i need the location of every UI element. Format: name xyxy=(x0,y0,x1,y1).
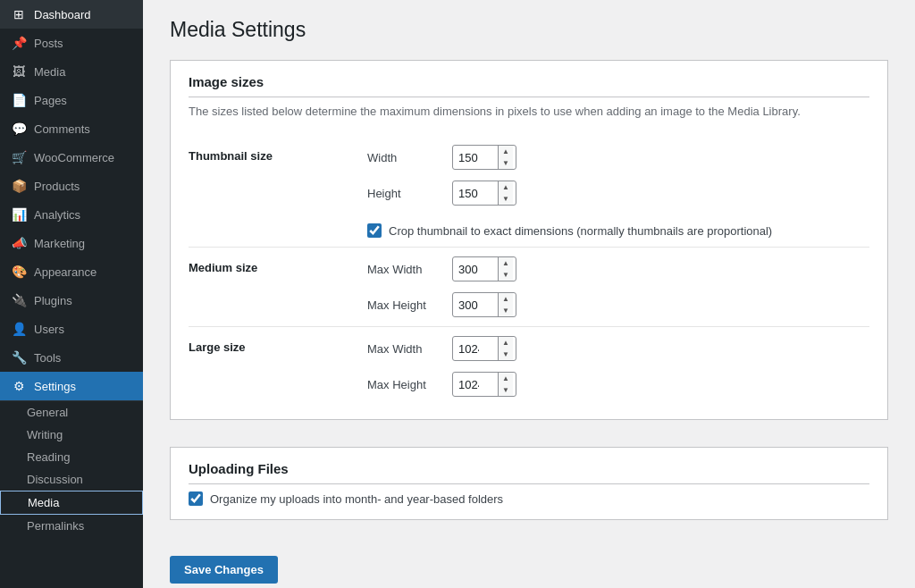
sidebar-item-label: Settings xyxy=(34,380,76,393)
thumbnail-fields: Width ▲ ▼ Height xyxy=(367,145,869,238)
large-width-down[interactable]: ▼ xyxy=(499,349,513,360)
dashboard-icon: ⊞ xyxy=(11,7,27,21)
large-width-input[interactable] xyxy=(453,339,498,359)
large-fields: Max Width ▲ ▼ Max Heigh xyxy=(367,336,869,397)
sidebar-item-label: Marketing xyxy=(34,237,85,250)
settings-table: Thumbnail size Width ▲ ▼ xyxy=(189,136,869,406)
sidebar-item-posts[interactable]: 📌Posts xyxy=(0,29,143,57)
sidebar-item-comments[interactable]: 💬Comments xyxy=(0,114,143,143)
sidebar-item-label: Media xyxy=(34,65,65,79)
submenu-item-media-settings[interactable]: Media xyxy=(0,491,143,515)
sidebar-item-plugins[interactable]: 🔌Plugins xyxy=(0,286,143,315)
medium-max-height-label: Max Height xyxy=(367,298,439,312)
sidebar-item-users[interactable]: 👤Users xyxy=(0,315,143,343)
medium-height-down[interactable]: ▼ xyxy=(499,305,513,316)
sidebar-item-analytics[interactable]: 📊Analytics xyxy=(0,200,143,229)
large-max-width-label: Max Width xyxy=(367,342,439,356)
large-label: Large size xyxy=(189,327,367,407)
thumbnail-height-row: Height ▲ ▼ xyxy=(367,181,869,206)
medium-width-up[interactable]: ▲ xyxy=(499,257,513,269)
large-height-input[interactable] xyxy=(453,374,498,395)
sidebar-item-label: Analytics xyxy=(34,208,80,222)
medium-height-up[interactable]: ▲ xyxy=(499,293,513,305)
thumbnail-width-up[interactable]: ▲ xyxy=(499,146,513,157)
uploading-label[interactable]: Organize my uploads into month- and year… xyxy=(210,492,503,506)
crop-checkbox-row: Crop thumbnail to exact dimensions (norm… xyxy=(367,223,869,238)
thumbnail-height-input-wrapper: ▲ ▼ xyxy=(452,181,516,206)
thumbnail-width-down[interactable]: ▼ xyxy=(499,157,513,169)
settings-submenu: GeneralWritingReadingDiscussionMediaPerm… xyxy=(0,400,143,537)
thumbnail-width-row: Width ▲ ▼ xyxy=(367,145,869,170)
page-title: Media Settings xyxy=(170,18,888,42)
products-icon: 📦 xyxy=(11,179,27,193)
uploading-section: Uploading Files Organize my uploads into… xyxy=(170,447,888,520)
large-width-input-wrapper: ▲ ▼ xyxy=(452,336,516,361)
medium-height-input[interactable] xyxy=(453,295,498,315)
sidebar-item-label: Plugins xyxy=(34,294,72,307)
medium-height-row: Max Height ▲ ▼ xyxy=(367,292,869,317)
image-sizes-section: Image sizes The sizes listed below deter… xyxy=(170,60,888,420)
submenu-item-general[interactable]: General xyxy=(0,401,143,424)
large-height-up[interactable]: ▲ xyxy=(499,373,513,384)
pages-icon: 📄 xyxy=(11,93,27,107)
submenu-item-writing[interactable]: Writing xyxy=(0,424,143,446)
thumbnail-width-input[interactable] xyxy=(453,147,498,168)
thumbnail-row: Thumbnail size Width ▲ ▼ xyxy=(189,136,869,248)
thumbnail-height-up[interactable]: ▲ xyxy=(499,181,513,193)
medium-width-input-wrapper: ▲ ▼ xyxy=(452,256,516,281)
submenu-item-permalinks[interactable]: Permalinks xyxy=(0,515,143,537)
sidebar-item-media[interactable]: 🖼Media xyxy=(0,57,143,86)
appearance-icon: 🎨 xyxy=(11,265,27,279)
large-height-row: Max Height ▲ ▼ xyxy=(367,372,869,397)
settings-icon: ⚙ xyxy=(11,379,27,393)
sidebar: ⊞Dashboard📌Posts🖼Media📄Pages💬Comments🛒Wo… xyxy=(0,0,143,588)
sidebar-item-label: Posts xyxy=(34,37,63,50)
plugins-icon: 🔌 xyxy=(11,293,27,307)
sidebar-item-appearance[interactable]: 🎨Appearance xyxy=(0,257,143,286)
large-height-down[interactable]: ▼ xyxy=(499,384,513,396)
analytics-icon: 📊 xyxy=(11,207,27,222)
thumbnail-height-input[interactable] xyxy=(453,183,498,204)
crop-label[interactable]: Crop thumbnail to exact dimensions (norm… xyxy=(389,224,772,238)
image-sizes-heading: Image sizes xyxy=(189,74,869,97)
sidebar-item-products[interactable]: 📦Products xyxy=(0,172,143,200)
sidebar-item-marketing[interactable]: 📣Marketing xyxy=(0,229,143,257)
crop-checkbox[interactable] xyxy=(367,223,382,238)
sidebar-item-dashboard[interactable]: ⊞Dashboard xyxy=(0,0,143,29)
save-button[interactable]: Save Changes xyxy=(170,556,278,584)
medium-width-input[interactable] xyxy=(453,259,498,280)
medium-fields: Max Width ▲ ▼ Max Heigh xyxy=(367,256,869,317)
main-content: Media Settings Image sizes The sizes lis… xyxy=(143,0,915,588)
sidebar-item-settings[interactable]: ⚙Settings xyxy=(0,372,143,400)
medium-width-row: Max Width ▲ ▼ xyxy=(367,256,869,281)
sidebar-item-woocommerce[interactable]: 🛒WooCommerce xyxy=(0,143,143,172)
sidebar-item-label: Tools xyxy=(34,351,61,365)
large-width-row: Max Width ▲ ▼ xyxy=(367,336,869,361)
upload-checkbox[interactable] xyxy=(189,491,203,506)
users-icon: 👤 xyxy=(11,322,27,336)
sidebar-item-label: WooCommerce xyxy=(34,151,114,164)
thumbnail-label: Thumbnail size xyxy=(189,136,367,248)
sidebar-item-pages[interactable]: 📄Pages xyxy=(0,86,143,114)
large-width-up[interactable]: ▲ xyxy=(499,337,513,349)
thumbnail-width-input-wrapper: ▲ ▼ xyxy=(452,145,516,170)
sidebar-item-tools[interactable]: 🔧Tools xyxy=(0,343,143,372)
medium-row: Medium size Max Width ▲ ▼ xyxy=(189,248,869,327)
medium-label: Medium size xyxy=(189,248,367,327)
sidebar-item-label: Appearance xyxy=(34,265,97,279)
media-icon: 🖼 xyxy=(11,64,27,79)
sidebar-item-label: Products xyxy=(34,180,80,193)
woocommerce-icon: 🛒 xyxy=(11,150,27,164)
sidebar-item-label: Users xyxy=(34,323,64,336)
sidebar-item-label: Comments xyxy=(34,122,90,136)
comments-icon: 💬 xyxy=(11,122,27,136)
uploading-heading: Uploading Files xyxy=(189,461,869,484)
submenu-item-reading[interactable]: Reading xyxy=(0,446,143,468)
submenu-item-discussion[interactable]: Discussion xyxy=(0,468,143,491)
medium-max-width-label: Max Width xyxy=(367,263,439,276)
large-row: Large size Max Width ▲ ▼ xyxy=(189,327,869,407)
image-sizes-description: The sizes listed below determine the max… xyxy=(189,105,869,118)
medium-width-down[interactable]: ▼ xyxy=(499,269,513,281)
thumbnail-height-down[interactable]: ▼ xyxy=(499,193,513,205)
thumbnail-width-label: Width xyxy=(367,151,439,164)
